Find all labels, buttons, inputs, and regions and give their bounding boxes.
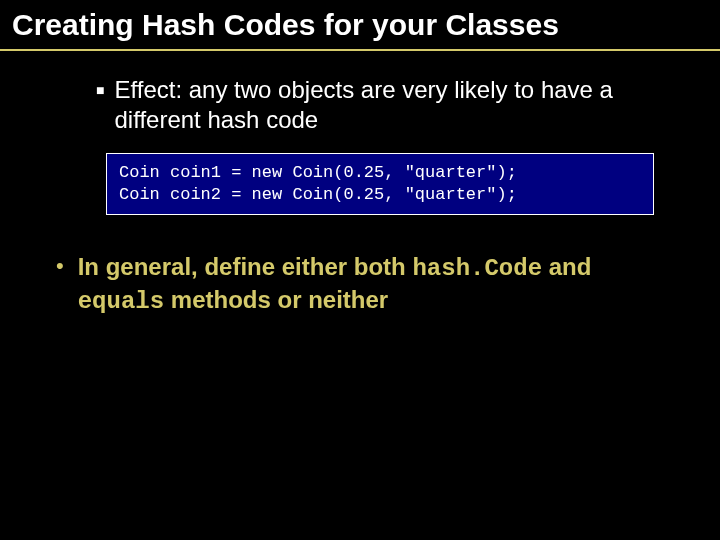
bullet-effect: ■ Effect: any two objects are very likel… (96, 75, 684, 135)
code-block: Coin coin1 = new Coin(0.25, "quarter"); … (106, 153, 654, 215)
square-bullet-icon: ■ (96, 82, 104, 98)
text-part-1: In general, define either both (78, 253, 413, 280)
bullet-effect-text: Effect: any two objects are very likely … (114, 75, 664, 135)
dot-bullet-icon: • (56, 253, 64, 279)
slide-title: Creating Hash Codes for your Classes (0, 0, 720, 51)
code-equals: equals (78, 288, 164, 315)
slide: Creating Hash Codes for your Classes ■ E… (0, 0, 720, 540)
slide-content: ■ Effect: any two objects are very likel… (0, 51, 720, 318)
text-part-2: and (542, 253, 591, 280)
code-hashcode: hash.Code (412, 255, 542, 282)
text-part-3: methods or neither (164, 286, 388, 313)
bullet-general-text: In general, define either both hash.Code… (78, 251, 684, 317)
bullet-general: • In general, define either both hash.Co… (56, 251, 684, 317)
